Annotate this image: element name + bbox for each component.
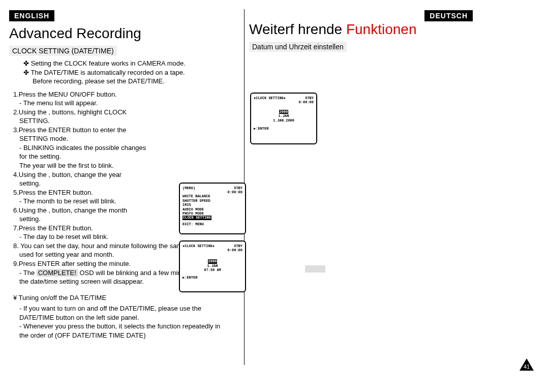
page-number-badge: 41 xyxy=(520,358,534,371)
steps: 1.Press the MENU ON/OFF button. - The me… xyxy=(9,90,243,340)
section-en: CLOCK SETTING (DATE/TIME) xyxy=(9,46,117,56)
step7: 7.Press the ENTER button. xyxy=(13,224,176,233)
sub1b: DATE/TIME button on the left side panel. xyxy=(19,313,243,322)
step2a: 2.Using the , buttons, highlight CLOCK xyxy=(13,108,176,117)
step4a: 4.Using the , button, change the year xyxy=(13,170,176,179)
step6b: setting. xyxy=(19,215,182,224)
tuning-heading: Tuning on/off the DA TE/TIME xyxy=(13,293,243,303)
step1: 1.Press the MENU ON/OFF button. xyxy=(13,90,176,99)
bullet-2b: Before recording, please set the DATE/TI… xyxy=(33,77,243,86)
step2b: SETTING. xyxy=(19,116,182,126)
step1a: - The menu list will appear. xyxy=(19,99,182,108)
lang-badge-de: DEUTSCH xyxy=(424,10,473,21)
step6a: 6.Using the , button, change the month xyxy=(13,206,176,215)
complete-osd-label: COMPLETE! xyxy=(37,269,78,277)
title-en: Advanced Recording xyxy=(9,25,243,42)
section-de: Datum und Uhrzeit einstellen xyxy=(249,42,347,52)
sub1a: - If you want to turn on and off the DAT… xyxy=(19,304,243,313)
right-column: DEUTSCH Weiterf hrende Funktionen Datum … xyxy=(249,0,483,392)
bullet-1: Setting the CLOCK feature works in CAMER… xyxy=(33,59,243,68)
osd-clock-setting-de-screenshot: ♦CLOCK SETTING♦STBY 0:00:00 2000 1.JAN 1… xyxy=(250,93,317,144)
step3c: - BLINKING indicates the possible change… xyxy=(19,143,182,153)
sub2b: the order of (OFF DATE/TIME TIME DATE) xyxy=(19,331,243,340)
osd-clock-setting-screenshot: ♦CLOCK SETTING♦STBY 0:00:00 2000 1.JAN 0… xyxy=(179,240,246,292)
osd-menu-screenshot: (MENU)STBY 0:00:00 WHITE BALANCE SHUTTER… xyxy=(179,183,246,234)
step9a-pre: - The xyxy=(19,269,37,277)
left-column: ENGLISH Advanced Recording CLOCK SETTING… xyxy=(9,0,243,392)
sub2a: - Whenever you press the button, it sele… xyxy=(19,322,243,331)
step7a: - The day to be reset will blink. xyxy=(19,232,182,242)
step3b: SETTING mode. xyxy=(19,134,182,143)
step3a: 3.Press the ENTER button to enter the xyxy=(13,126,176,135)
step5: 5.Press the ENTER button. xyxy=(13,188,176,197)
title-de-b: Funktionen xyxy=(346,21,417,37)
manual-page: ENGLISH Advanced Recording CLOCK SETTING… xyxy=(0,0,549,392)
step5a: - The month to be reset will blink. xyxy=(19,197,182,206)
title-de: Weiterf hrende Funktionen xyxy=(249,21,483,38)
step4b: setting. xyxy=(19,179,182,188)
lang-badge-en: ENGLISH xyxy=(9,10,54,21)
gray-strip xyxy=(305,265,325,273)
title-de-a: Weiterf hrende xyxy=(249,21,346,37)
step3d: for the setting. xyxy=(19,152,182,161)
step3e: The year will be the first to blink. xyxy=(19,161,182,170)
bullet-2: The DATE/TIME is automatically recorded … xyxy=(33,68,243,77)
intro-bullets: Setting the CLOCK feature works in CAMER… xyxy=(23,59,243,86)
